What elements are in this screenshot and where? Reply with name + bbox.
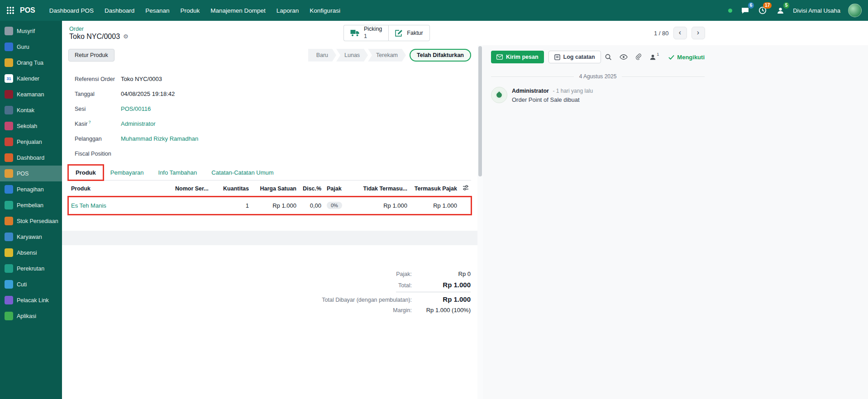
message-body: Order Point of Sale dibuat	[512, 96, 593, 103]
pembelian-app-icon	[5, 201, 13, 209]
sidebar-item-aplikasi[interactable]: Aplikasi	[0, 308, 62, 324]
menu-laporan[interactable]: Laporan	[272, 4, 304, 17]
sidebar-item-dashboard[interactable]: Dashboard	[0, 150, 62, 166]
scrollbar-thumb[interactable]	[478, 46, 482, 176]
pos-app-icon	[5, 169, 13, 178]
notebook-tabs: Produk Pembayaran Info Tambahan Catatan-…	[68, 164, 471, 180]
faktur-smart-button[interactable]: Faktur	[388, 25, 429, 41]
breadcrumb-current: Toko NYC/0003	[69, 33, 120, 41]
sidebar-item-stok-persediaan[interactable]: Stok Persediaan	[0, 213, 62, 229]
status-step-baru[interactable]: Baru	[308, 49, 336, 62]
send-message-button[interactable]: Kirim pesan	[491, 51, 544, 63]
search-messages-icon[interactable]	[605, 53, 612, 61]
pager-next-button[interactable]: ›	[692, 27, 705, 39]
sidebar-item-kalender[interactable]: 31Kalender	[0, 71, 62, 86]
order-line-row[interactable]: Es Teh Manis 1 Rp 1.000 0,00 0% Rp 1.000…	[68, 197, 471, 214]
sidebar-item-penagihan[interactable]: Penagihan	[0, 181, 62, 197]
penjualan-app-icon	[5, 138, 13, 146]
help-icon[interactable]: ?	[88, 120, 91, 124]
online-status-dot	[728, 9, 732, 13]
tab-catatan-catatan-umum[interactable]: Catatan-Catatan Umum	[204, 165, 281, 180]
col-header-kuantitas: Kuantitas	[213, 180, 252, 197]
menu-dashboard[interactable]: Dashboard	[100, 4, 139, 17]
absensi-app-icon	[5, 248, 13, 257]
note-icon	[554, 54, 560, 60]
col-header-termasuk-pajak: Termasuk Pajak	[410, 180, 460, 197]
sidebar-item-penjualan[interactable]: Penjualan	[0, 134, 62, 150]
following-toggle-button[interactable]: Mengikuti	[668, 54, 705, 61]
status-step-lunas[interactable]: Lunas	[336, 49, 368, 62]
sidebar-item-perekrutan[interactable]: Perekrutan	[0, 261, 62, 276]
log-note-button[interactable]: Log catatan	[548, 51, 601, 63]
user-avatar[interactable]	[848, 4, 862, 17]
person-icon	[777, 7, 784, 14]
chatter-message: Administrator - 1 hari yang lalu Order P…	[491, 87, 705, 103]
optional-columns-icon[interactable]	[463, 186, 469, 192]
col-header-harga-satuan: Harga Satuan	[252, 180, 299, 197]
sidebar-item-pos[interactable]: POS	[0, 166, 62, 181]
penagihan-app-icon	[5, 185, 13, 194]
pager-value: 1 / 80	[654, 30, 669, 37]
status-step-terekam[interactable]: Terekam	[368, 49, 406, 62]
sidebar-item-cuti[interactable]: Cuti	[0, 276, 62, 292]
apps-grid-icon[interactable]	[6, 6, 14, 14]
pager-previous-button[interactable]: ‹	[673, 27, 687, 39]
product-link[interactable]: Es Teh Manis	[71, 202, 106, 209]
cell-termasuk-pajak: Rp 1.000	[410, 197, 460, 214]
eye-icon[interactable]	[620, 54, 628, 60]
chatter-panel: Kirim pesan Log catatan	[483, 45, 868, 399]
sidebar-item-sekolah[interactable]: Sekolah	[0, 118, 62, 134]
status-row: Retur Produk Baru Lunas Terekam Telah Di…	[62, 45, 477, 65]
attachment-paperclip-icon[interactable]	[635, 53, 642, 61]
perekrutan-app-icon	[5, 264, 13, 273]
sidebar-item-musyrif[interactable]: Musyrif	[0, 23, 62, 39]
keamanan-app-icon	[5, 90, 13, 99]
breadcrumb-parent[interactable]: Order	[69, 26, 861, 32]
requests-badge: 5	[783, 2, 790, 9]
messages-button[interactable]: 6	[740, 5, 750, 15]
tab-produk[interactable]: Produk	[68, 165, 103, 180]
check-icon	[668, 55, 674, 60]
app-sidebar: Musyrif Guru Orang Tua 31Kalender Keaman…	[0, 21, 62, 399]
sesi-link[interactable]: POS/00116	[121, 105, 151, 112]
messages-badge: 6	[748, 2, 754, 9]
sidebar-item-absensi[interactable]: Absensi	[0, 245, 62, 261]
tab-info-tambahan[interactable]: Info Tambahan	[151, 165, 205, 180]
message-author[interactable]: Administrator	[512, 88, 549, 94]
activities-button[interactable]: 17	[758, 5, 768, 15]
total-row-dibayar: Total Dibayar (dengan pembulatan): Rp 1.…	[317, 294, 471, 305]
order-form: Retur Produk Baru Lunas Terekam Telah Di…	[62, 45, 477, 399]
menu-produk[interactable]: Produk	[175, 4, 205, 17]
sidebar-item-pelacak-link[interactable]: Pelacak Link	[0, 292, 62, 308]
menu-konfigurasi[interactable]: Konfigurasi	[305, 4, 345, 17]
sidebar-item-orang-tua[interactable]: Orang Tua	[0, 55, 62, 71]
status-step-telah-difakturkan[interactable]: Telah Difakturkan	[410, 49, 471, 62]
retur-produk-button[interactable]: Retur Produk	[68, 49, 114, 62]
sidebar-item-kontak[interactable]: Kontak	[0, 102, 62, 118]
top-menu: Dashboard POS Dashboard Pesanan Produk M…	[44, 4, 345, 17]
field-sesi: Sesi POS/00116	[75, 101, 346, 116]
menu-dashboard-pos[interactable]: Dashboard POS	[44, 4, 99, 17]
kasir-link[interactable]: Administrator	[121, 120, 156, 127]
tab-pembayaran[interactable]: Pembayaran	[103, 165, 151, 180]
app-brand[interactable]: POS	[20, 6, 35, 14]
menu-pesanan[interactable]: Pesanan	[140, 4, 174, 17]
field-fiscal-position: Fiscal Position	[75, 146, 346, 161]
followers-button[interactable]: 1	[649, 54, 659, 61]
vertical-scrollbar[interactable]	[477, 45, 483, 399]
requests-button[interactable]: 5	[775, 5, 785, 15]
sidebar-item-keamanan[interactable]: Keamanan	[0, 86, 62, 102]
totals-separator	[396, 292, 471, 292]
sidebar-item-pembelian[interactable]: Pembelian	[0, 197, 62, 213]
invoice-pencil-icon	[395, 29, 403, 37]
sidebar-item-guru[interactable]: Guru	[0, 39, 62, 55]
picking-smart-button[interactable]: Picking 1	[343, 25, 388, 41]
pelanggan-link[interactable]: Muhammad Rizky Ramadhan	[121, 135, 198, 142]
totals-block: Pajak: Rp 0 Total: Rp 1.000 Total Dibaya…	[317, 269, 471, 315]
sidebar-item-karyawan[interactable]: Karyawan	[0, 229, 62, 245]
menu-manajemen-dompet[interactable]: Manajemen Dompet	[205, 4, 271, 17]
gear-icon[interactable]: ⚙	[123, 33, 129, 40]
company-logo-icon	[494, 90, 504, 100]
followers-count: 1	[657, 52, 659, 57]
company-name[interactable]: Divisi Amal Usaha	[793, 7, 840, 14]
